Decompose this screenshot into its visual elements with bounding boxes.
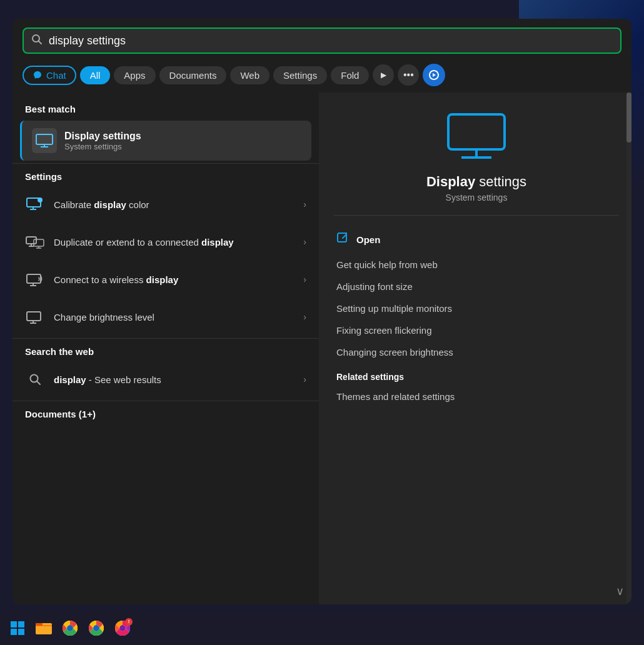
right-subtitle: System settings [446, 192, 508, 202]
svg-point-39 [119, 625, 126, 631]
web-search-arrow: › [303, 374, 306, 384]
tab-apps[interactable]: Apps [114, 66, 155, 84]
link-screen-brightness[interactable]: Changing screen brightness [334, 341, 619, 363]
wireless-arrow: › [303, 274, 306, 284]
bing-icon[interactable] [423, 64, 445, 86]
svg-rect-28 [11, 621, 17, 628]
settings-header: Settings [13, 166, 319, 186]
calibrate-text: Calibrate display color [54, 199, 294, 210]
svg-rect-23 [448, 114, 505, 149]
duplicate-icon [25, 232, 45, 252]
wireless-text: Connect to a wireless display [54, 274, 294, 285]
notification-badge: ! [125, 618, 133, 626]
settings-item-brightness[interactable]: Change brightness level › [13, 298, 319, 336]
filter-tabs: Chat All Apps Documents Web Settings Fol… [13, 60, 631, 92]
link-themes[interactable]: Themes and related settings [334, 386, 619, 408]
svg-rect-29 [18, 621, 24, 628]
svg-rect-18 [27, 312, 41, 321]
tab-web[interactable]: Web [230, 66, 269, 84]
web-search-item[interactable]: display - See web results › [13, 361, 319, 398]
taskbar: ! [0, 611, 644, 645]
open-action[interactable]: Open [334, 226, 619, 254]
brightness-arrow: › [303, 312, 306, 322]
settings-item-calibrate[interactable]: Calibrate display color › [13, 186, 319, 223]
wireless-icon [25, 269, 45, 289]
file-explorer-icon[interactable] [33, 617, 55, 639]
best-match-text: Display settings System settings [64, 131, 141, 151]
left-panel: Best match Display settings System setti… [13, 92, 319, 604]
web-search-icon [25, 369, 45, 389]
divider-1 [13, 163, 319, 164]
right-content: Display settings System settings Open [319, 92, 631, 604]
right-panel: Display settings System settings Open [319, 92, 631, 604]
more-button[interactable]: ••• [398, 64, 419, 86]
svg-point-35 [67, 625, 73, 631]
settings-list: Calibrate display color › [13, 186, 319, 336]
web-search-header: Search the web [13, 341, 319, 361]
svg-point-37 [93, 625, 99, 631]
chrome-icon-3[interactable]: ! [111, 617, 134, 639]
scrollbar-thumb[interactable] [626, 92, 631, 142]
best-match-title: Display settings [64, 131, 141, 142]
search-input-container[interactable] [23, 28, 621, 54]
tab-chat[interactable]: Chat [23, 66, 76, 85]
svg-rect-33 [36, 623, 43, 626]
open-icon [336, 232, 349, 248]
svg-line-1 [39, 41, 42, 44]
brightness-icon [25, 307, 45, 327]
tab-documents[interactable]: Documents [159, 66, 227, 84]
svg-point-8 [38, 198, 43, 202]
calibrate-icon [25, 194, 45, 214]
link-quick-help[interactable]: Get quick help from web [334, 254, 619, 276]
brightness-text: Change brightness level [54, 312, 294, 322]
settings-item-wireless[interactable]: Connect to a wireless display › [13, 261, 319, 298]
link-multiple-monitors[interactable]: Setting up multiple monitors [334, 298, 619, 319]
search-bar [13, 19, 631, 60]
play-button[interactable]: ▶ [373, 64, 394, 86]
svg-rect-12 [34, 239, 44, 246]
divider-3 [13, 401, 319, 401]
scroll-down-icon[interactable]: ∨ [616, 584, 624, 598]
svg-rect-31 [18, 629, 24, 635]
divider-2 [13, 338, 319, 339]
tab-all[interactable]: All [80, 66, 111, 84]
svg-line-22 [37, 381, 40, 384]
open-label: Open [356, 234, 380, 245]
windows-logo[interactable] [6, 617, 29, 639]
right-header: Display settings System settings [334, 111, 619, 216]
search-input[interactable] [49, 34, 613, 48]
chrome-icon-1[interactable] [59, 617, 81, 639]
scrollbar-track[interactable] [626, 92, 631, 604]
right-title: Display settings [426, 174, 526, 190]
tab-folders[interactable]: Fold [331, 66, 369, 84]
svg-rect-26 [338, 233, 346, 242]
link-screen-flickering[interactable]: Fixing screen flickering [334, 319, 619, 341]
svg-rect-15 [27, 274, 41, 283]
svg-rect-2 [36, 134, 53, 144]
best-match-icon [32, 128, 57, 153]
link-font-size[interactable]: Adjusting font size [334, 276, 619, 298]
svg-rect-9 [26, 237, 36, 244]
calibrate-arrow: › [303, 199, 306, 209]
search-icon [31, 34, 43, 48]
content-area: Best match Display settings System setti… [13, 92, 631, 604]
settings-item-duplicate[interactable]: Duplicate or extend to a connected displ… [13, 223, 319, 261]
chrome-icon-2[interactable] [85, 617, 108, 639]
best-match-header: Best match [13, 99, 319, 118]
display-large-icon [445, 111, 508, 164]
best-match-subtitle: System settings [64, 142, 141, 151]
duplicate-arrow: › [303, 237, 306, 247]
documents-header: Documents (1+) [13, 404, 319, 423]
tab-settings[interactable]: Settings [273, 66, 327, 84]
best-match-item[interactable]: Display settings System settings [20, 121, 311, 161]
related-settings-header: Related settings [334, 363, 619, 386]
search-window: Chat All Apps Documents Web Settings Fol… [13, 19, 631, 604]
svg-rect-30 [11, 629, 17, 635]
duplicate-text: Duplicate or extend to a connected displ… [54, 237, 294, 248]
web-search-text: display - See web results [54, 374, 294, 385]
